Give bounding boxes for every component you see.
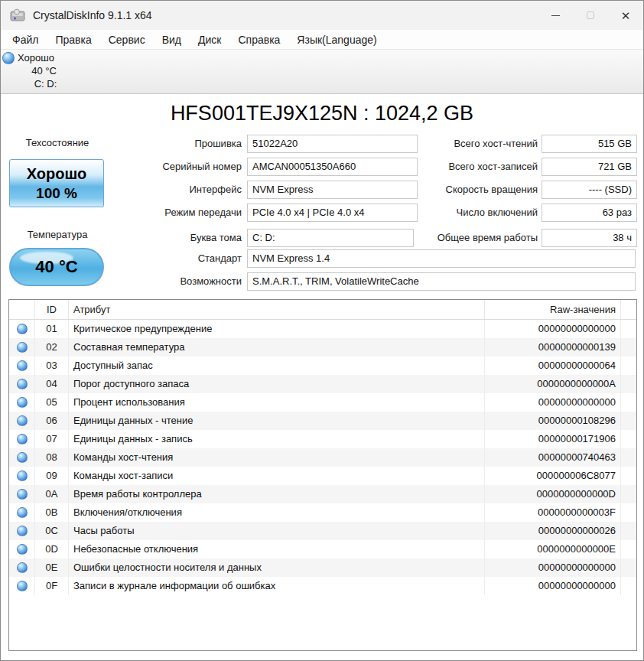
table-row[interactable]: 05 Процент использования 00000000000000	[9, 393, 636, 412]
attribute-id: 01	[35, 320, 69, 338]
table-row[interactable]: 0C Часы работы 00000000000026	[9, 522, 636, 540]
close-button[interactable]: ✕	[608, 1, 643, 30]
serial-label: Серийный номер	[142, 158, 242, 176]
attribute-name: Доступный запас	[69, 357, 485, 375]
row-padding	[621, 503, 636, 522]
health-status-text: Хорошо	[27, 164, 87, 184]
standard-value: NVM Express 1.4	[247, 249, 636, 268]
features-label: Возможности	[142, 272, 242, 291]
attribute-status-orb-icon	[17, 324, 28, 334]
interface-value: NVM Express	[247, 181, 418, 199]
maximize-button[interactable]	[573, 1, 608, 30]
tab-status-label: Хорошо	[18, 51, 54, 64]
attribute-id: 03	[35, 357, 69, 375]
attribute-name: Команды хост-чтения	[69, 448, 485, 467]
drive-model-title: HFS001TEJ9X125N : 1024,2 GB	[1, 102, 643, 125]
attribute-id: 0C	[35, 522, 69, 540]
attribute-raw-value: 0000000000000E	[485, 540, 621, 558]
attribute-name: Составная температура	[69, 338, 485, 357]
drive-tab-strip: Хорошо 40 °C C: D:	[1, 50, 643, 94]
status-column-header	[9, 300, 35, 319]
row-padding	[621, 577, 636, 595]
attribute-id: 06	[35, 412, 69, 430]
attribute-status-orb-icon	[17, 379, 28, 389]
table-row[interactable]: 0B Включения/отключения 0000000000003F	[9, 503, 636, 522]
attribute-raw-value: 00000000000000	[485, 558, 621, 577]
table-row[interactable]: 0E Ошибки целостности носителя и данных …	[9, 558, 636, 577]
row-padding	[621, 393, 636, 412]
row-padding	[621, 357, 636, 375]
row-padding	[621, 430, 636, 448]
smart-attributes-table: ID Атрибут Raw-значения 01 Критическое п…	[8, 299, 637, 651]
attribute-column-header: Атрибут	[69, 300, 485, 319]
attribute-status-orb-icon	[17, 471, 28, 481]
row-padding	[621, 485, 636, 503]
attribute-name: Единицы данных - запись	[69, 430, 485, 448]
attribute-id: 04	[35, 375, 69, 393]
attribute-id: 09	[35, 467, 69, 485]
row-padding	[621, 558, 636, 577]
menu-item-5[interactable]: Справка	[229, 31, 288, 48]
attribute-raw-value: 00000000740463	[485, 448, 621, 467]
attribute-raw-value: 0000000000000D	[485, 485, 621, 503]
transfer-mode-value: PCIe 4.0 x4 | PCIe 4.0 x4	[247, 204, 418, 222]
attribute-raw-value: 00000000000000	[485, 393, 621, 412]
attribute-status-orb-icon	[17, 360, 28, 371]
drive-letter-value: C: D:	[247, 229, 414, 247]
attribute-status-orb-icon	[17, 342, 28, 353]
attribute-status-orb-icon	[17, 434, 28, 444]
firmware-label: Прошивка	[142, 135, 242, 153]
menu-item-0[interactable]: Файл	[4, 31, 47, 48]
rotation-rate-value: ---- (SSD)	[542, 181, 637, 199]
main-content: HFS001TEJ9X125N : 1024,2 GB Техсостояние…	[1, 94, 643, 661]
menu-item-2[interactable]: Сервис	[100, 31, 154, 48]
table-row[interactable]: 01 Критическое предупреждение 0000000000…	[9, 320, 636, 338]
menu-item-6[interactable]: Язык(Language)	[288, 31, 385, 48]
menu-item-3[interactable]: Вид	[154, 31, 190, 48]
table-row[interactable]: 0F Записи в журнале информации об ошибка…	[9, 577, 636, 595]
table-row[interactable]: 06 Единицы данных - чтение 0000000010829…	[9, 412, 636, 430]
table-header-row: ID Атрибут Raw-значения	[9, 300, 636, 320]
menu-bar: ФайлПравкаСервисВидДискСправкаЯзык(Langu…	[1, 30, 643, 50]
table-row[interactable]: 0D Небезопасные отключения 0000000000000…	[9, 540, 636, 558]
standard-label: Стандарт	[142, 249, 242, 268]
attribute-name: Критическое предупреждение	[69, 320, 485, 338]
host-reads-label: Всего хост-чтений	[423, 135, 538, 153]
temperature-label: Температура	[8, 229, 106, 240]
row-padding	[621, 412, 636, 430]
minimize-button[interactable]	[538, 1, 573, 30]
table-row[interactable]: 04 Порог доступного запаса 0000000000000…	[9, 375, 636, 393]
raw-column-header: Raw-значения	[485, 300, 621, 319]
attribute-status-orb-icon	[17, 397, 28, 408]
table-row[interactable]: 02 Составная температура 00000000000139	[9, 338, 636, 357]
table-row[interactable]: 08 Команды хост-чтения 00000000740463	[9, 448, 636, 467]
attribute-id: 02	[35, 338, 69, 357]
attribute-raw-value: 00000000108296	[485, 412, 621, 430]
health-status-button[interactable]: Хорошо 100 %	[9, 159, 104, 207]
tab-temperature-label: 40 °C	[1, 64, 83, 77]
temperature-button[interactable]: 40 °C	[9, 248, 104, 286]
table-row[interactable]: 0A Время работы контроллера 000000000000…	[9, 485, 636, 503]
transfer-mode-label: Режим передачи	[142, 204, 242, 222]
attribute-name: Время работы контроллера	[69, 485, 485, 503]
menu-item-4[interactable]: Диск	[190, 31, 229, 48]
attribute-name: Записи в журнале информации об ошибках	[69, 577, 485, 595]
table-row[interactable]: 07 Единицы данных - запись 0000000017190…	[9, 430, 636, 448]
table-row[interactable]: 09 Команды хост-записи 000000006C8077	[9, 467, 636, 485]
row-padding	[621, 467, 636, 485]
features-value: S.M.A.R.T., TRIM, VolatileWriteCache	[247, 272, 636, 291]
attribute-name: Порог доступного запаса	[69, 375, 485, 393]
host-writes-label: Всего хост-записей	[423, 158, 538, 176]
row-padding	[621, 448, 636, 467]
menu-item-1[interactable]: Правка	[47, 31, 99, 48]
attribute-raw-value: 00000000171906	[485, 430, 621, 448]
drive-tab[interactable]: Хорошо 40 °C C: D:	[1, 51, 83, 91]
attribute-id: 05	[35, 393, 69, 412]
health-percent-text: 100 %	[36, 184, 77, 203]
host-writes-value: 721 GB	[542, 158, 637, 176]
attribute-name: Часы работы	[69, 522, 485, 540]
table-row[interactable]: 03 Доступный запас 00000000000064	[9, 357, 636, 375]
power-on-hours-value: 38 ч	[542, 229, 637, 247]
window-title: CrystalDiskInfo 9.1.1 x64	[33, 9, 152, 21]
attribute-raw-value: 0000000000003F	[485, 503, 621, 522]
